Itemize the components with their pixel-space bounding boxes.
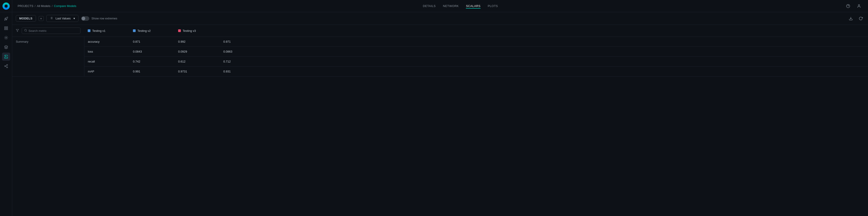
svg-line-9: [5, 66, 6, 67]
model-v2-header: Testing v2: [129, 25, 175, 37]
sidebar: [0, 0, 12, 216]
toolbar-right: [847, 15, 864, 22]
refresh-button[interactable]: [857, 15, 864, 22]
table-row: loss 0.0843 0.0929 0.0863: [12, 47, 868, 57]
sidebar-item-pipelines[interactable]: [2, 62, 10, 70]
v1-loss: 0.0843: [129, 47, 175, 57]
table-header-row: Testing v1 Testing v2 Testing v3: [12, 25, 868, 37]
search-input-wrapper[interactable]: [22, 28, 81, 34]
v3-recall: 0.712: [220, 57, 668, 67]
v3-loss: 0.0863: [220, 47, 668, 57]
v1-accuracy: 0.871: [129, 37, 175, 47]
sidebar-item-models[interactable]: [2, 34, 10, 42]
breadcrumb-sep2: /: [52, 4, 53, 8]
metric-column-header: [12, 25, 84, 37]
tab-details[interactable]: DETAILS: [423, 3, 436, 8]
svg-marker-21: [16, 29, 19, 32]
svg-point-13: [858, 4, 860, 6]
v2-accuracy: 0.992: [175, 37, 220, 47]
table-row: Summary accuracy 0.871 0.992 0.971: [12, 37, 868, 47]
sidebar-item-rocket[interactable]: [2, 15, 10, 23]
empty-cell: [668, 57, 868, 67]
empty-header: [220, 25, 668, 37]
add-model-button[interactable]: +: [39, 16, 43, 21]
help-button[interactable]: [844, 2, 852, 10]
top-nav: PROJECTS / All Models / Compare Models D…: [12, 0, 868, 12]
breadcrumb: PROJECTS / All Models / Compare Models: [18, 4, 76, 8]
svg-rect-0: [4, 27, 6, 28]
toggle-switch[interactable]: [81, 16, 89, 21]
chevron-down-icon: ▾: [73, 17, 75, 20]
breadcrumb-sep1: /: [35, 4, 35, 8]
tab-scalars[interactable]: SCALARS: [466, 3, 480, 8]
model-v3-label: Testing v3: [183, 29, 196, 33]
app-logo: [0, 0, 12, 12]
model-v3-header: Testing v3: [175, 25, 220, 37]
svg-rect-2: [4, 29, 6, 30]
model-v1-header: Testing v1: [84, 25, 129, 37]
svg-line-23: [26, 31, 27, 31]
model-v1-label: Testing v1: [92, 29, 105, 33]
nav-tabs: DETAILS NETWORK SCALARS PLOTS: [423, 3, 498, 8]
metric-map: mAP: [84, 67, 129, 76]
breadcrumb-projects[interactable]: PROJECTS: [18, 4, 33, 8]
breadcrumb-compare-models: Compare Models: [54, 4, 76, 8]
last-values-select[interactable]: Last Values ▾: [46, 15, 79, 22]
v2-loss: 0.0929: [175, 47, 220, 57]
filter-lines-icon: [50, 16, 53, 20]
metric-loss: loss: [84, 47, 129, 57]
models-button[interactable]: MODELS: [16, 15, 36, 22]
show-extremes-label: Show row extremes: [92, 17, 117, 20]
model-v2-label: Testing v2: [137, 29, 151, 33]
metric-recall: recall: [84, 57, 129, 67]
table-area: Testing v1 Testing v2 Testing v3: [12, 25, 868, 216]
last-values-label: Last Values: [56, 17, 71, 20]
v3-map: 0.931: [220, 67, 668, 76]
svg-rect-1: [6, 27, 7, 28]
toolbar-left: MODELS + Last Values ▾: [16, 15, 117, 22]
breadcrumb-all-models[interactable]: All Models: [37, 4, 51, 8]
empty-cell: [668, 47, 868, 57]
svg-rect-3: [6, 29, 7, 30]
filter-icon[interactable]: [16, 29, 19, 33]
top-nav-right: [844, 2, 863, 10]
user-button[interactable]: [855, 2, 863, 10]
v2-map: 0.9731: [175, 67, 220, 76]
table-row: mAP 0.991 0.9731 0.931: [12, 67, 868, 76]
model-v3-color: [178, 29, 181, 32]
v3-accuracy: 0.971: [220, 37, 668, 47]
sidebar-item-dashboard[interactable]: [2, 24, 10, 32]
download-button[interactable]: [847, 15, 855, 22]
sidebar-item-experiments[interactable]: [2, 52, 10, 61]
svg-marker-5: [4, 46, 8, 47]
search-input[interactable]: [29, 29, 78, 33]
models-label: MODELS: [19, 17, 33, 20]
metric-accuracy: accuracy: [84, 37, 129, 47]
svg-point-4: [5, 37, 6, 38]
svg-point-6: [6, 65, 8, 66]
empty-cell: [668, 37, 868, 47]
toolbar: MODELS + Last Values ▾: [12, 12, 868, 25]
v1-map: 0.991: [129, 67, 175, 76]
svg-point-8: [6, 67, 8, 68]
search-icon: [24, 29, 27, 33]
v2-recall: 0.612: [175, 57, 220, 67]
toggle-knob: [82, 17, 85, 20]
table-row: recall 0.742 0.612 0.712: [12, 57, 868, 67]
svg-line-10: [5, 65, 6, 66]
metrics-table: Testing v1 Testing v2 Testing v3: [12, 25, 868, 76]
summary-cell: Summary: [12, 37, 84, 76]
main-content: PROJECTS / All Models / Compare Models D…: [12, 0, 868, 216]
svg-point-22: [25, 29, 27, 31]
model-v2-color: [133, 29, 135, 32]
sidebar-item-layers[interactable]: [2, 43, 10, 51]
tab-network[interactable]: NETWORK: [443, 3, 459, 8]
empty-cell: [668, 67, 868, 76]
tab-plots[interactable]: PLOTS: [488, 3, 498, 8]
svg-point-7: [4, 66, 6, 67]
show-extremes-toggle[interactable]: Show row extremes: [81, 16, 117, 21]
v1-recall: 0.742: [129, 57, 175, 67]
model-v1-color: [88, 29, 90, 32]
